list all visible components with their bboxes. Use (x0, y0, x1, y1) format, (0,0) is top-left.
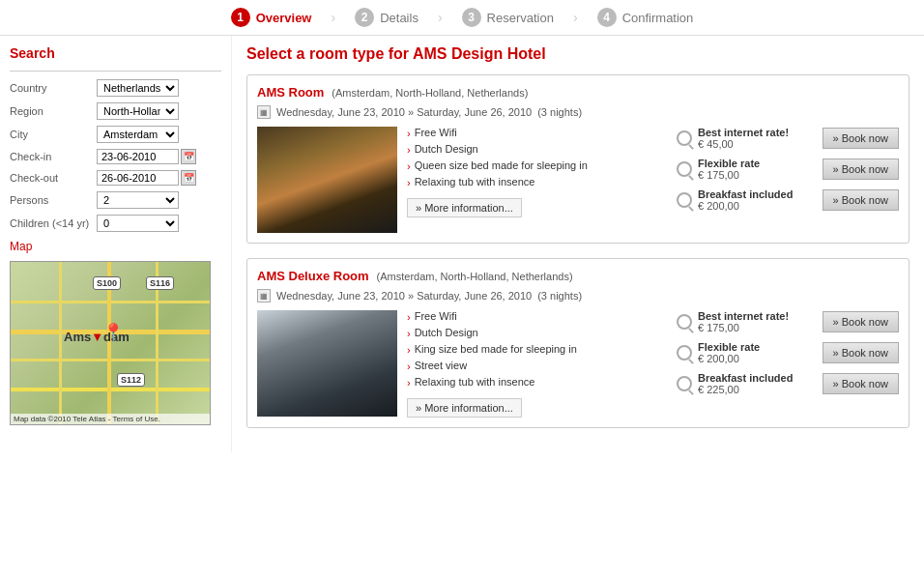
room-image-1 (257, 127, 397, 233)
book-button-2-1[interactable]: » Book now (823, 311, 899, 332)
checkin-row: Check-in 📅 (10, 149, 221, 164)
map-road (59, 262, 62, 424)
step-num-1: 1 (231, 8, 250, 27)
children-label: Children (<14 yr) (10, 217, 97, 229)
room-header-1: AMS Room (Amsterdam, North-Holland, Neth… (257, 85, 899, 100)
price-amount-1-2: € 175,00 (698, 169, 817, 181)
map-pin: 📍 (102, 322, 124, 343)
room-location-1: (Amsterdam, North-Holland, Netherlands) (332, 87, 528, 99)
dates-calendar-icon-1: ▦ (257, 105, 271, 119)
feature-arrow-icon: › (407, 361, 411, 372)
checkin-label: Check-in (10, 151, 97, 162)
feature-1-2: › Dutch Design (407, 143, 667, 156)
search-icon-1-1[interactable] (677, 130, 692, 146)
room-nights-2: (3 nights) (537, 290, 582, 302)
book-button-2-2[interactable]: » Book now (823, 342, 899, 363)
book-button-2-3[interactable]: » Book now (823, 373, 899, 394)
book-button-1-2[interactable]: » Book now (823, 159, 899, 180)
room-pricing-1: Best internet rate! € 45,00 » Book now F… (677, 127, 899, 233)
city-label: City (10, 129, 97, 140)
checkout-calendar-icon[interactable]: 📅 (181, 170, 196, 186)
persons-select[interactable]: 2 (97, 191, 179, 209)
checkout-row: Check-out 📅 (10, 170, 221, 186)
search-icon-2-3[interactable] (677, 376, 692, 391)
feature-arrow-icon: › (407, 311, 411, 323)
price-info-2-2: Flexible rate € 200,00 (698, 341, 817, 364)
nav-sep-2: › (438, 10, 443, 25)
price-label-2-2: Flexible rate (698, 341, 817, 353)
feature-1-1: › Free Wifi (407, 127, 667, 139)
checkin-calendar-icon[interactable]: 📅 (181, 149, 196, 164)
search-icon-1-2[interactable] (677, 161, 692, 177)
feature-arrow-icon: › (407, 160, 411, 172)
sidebar: Search Country Netherlands Region North-… (0, 36, 232, 452)
search-icon-2-2[interactable] (677, 345, 692, 361)
feature-text-2-2: Dutch Design (415, 327, 478, 338)
price-info-2-3: Breakfast included € 225,00 (698, 372, 817, 395)
persons-control: 2 (97, 191, 179, 209)
more-info-button-1[interactable]: » More information... (407, 198, 522, 217)
step-num-2: 2 (355, 8, 374, 27)
step-num-4: 4 (597, 8, 617, 27)
room-pricing-2: Best internet rate! € 175,00 » Book now … (677, 310, 899, 418)
room-location-2: (Amsterdam, North-Holland, Netherlands) (377, 271, 573, 282)
nav-step-details[interactable]: 2 Details (355, 8, 419, 27)
price-info-1-3: Breakfast included € 200,00 (698, 188, 817, 212)
room-features-2: › Free Wifi › Dutch Design › King size b… (407, 310, 667, 418)
city-select[interactable]: Amsterdam (97, 126, 179, 143)
step-label-details: Details (380, 11, 419, 25)
feature-text-1-4: Relaxing tub with insence (415, 176, 535, 188)
feature-2-5: › Relaxing tub with insence (407, 376, 667, 389)
step-label-reservation: Reservation (487, 11, 554, 25)
search-icon-2-1[interactable] (677, 314, 692, 330)
feature-arrow-icon: › (407, 377, 411, 389)
feature-1-3: › Queen size bed made for sleeping in (407, 159, 667, 172)
city-control: Amsterdam (97, 126, 179, 143)
region-label: Region (10, 105, 97, 117)
price-label-2-1: Best internet rate! (698, 310, 817, 322)
checkin-input[interactable] (97, 149, 179, 164)
children-select[interactable]: 0 (97, 215, 179, 232)
price-row-2-3: Breakfast included € 225,00 » Book now (677, 372, 899, 395)
price-amount-1-1: € 45,00 (698, 138, 817, 150)
nav-sep-3: › (573, 10, 578, 25)
content-area: Select a room type for AMS Design Hotel … (232, 36, 924, 452)
room-card-2: AMS Deluxe Room (Amsterdam, North-Hollan… (246, 258, 910, 428)
price-row-1-1: Best internet rate! € 45,00 » Book now (677, 127, 899, 150)
country-select[interactable]: Netherlands (97, 79, 179, 97)
room-body-1: › Free Wifi › Dutch Design › Queen size … (257, 127, 899, 233)
feature-2-1: › Free Wifi (407, 310, 667, 323)
map-badge-s112: S112 (117, 373, 145, 387)
page-title: Select a room type for AMS Design Hotel (246, 45, 910, 63)
feature-2-2: › Dutch Design (407, 327, 667, 339)
map-link[interactable]: Map (10, 240, 221, 253)
feature-arrow-icon: › (407, 328, 411, 339)
checkout-control: 📅 (97, 170, 196, 186)
nav-step-reservation[interactable]: 3 Reservation (462, 8, 554, 27)
country-label: Country (10, 82, 97, 94)
room-dates-text-1: Wednesday, June 23, 2010 » Saturday, Jun… (276, 106, 532, 118)
price-info-2-1: Best internet rate! € 175,00 (698, 310, 817, 333)
region-select[interactable]: North-Hollan (97, 102, 179, 120)
map-background: S100 S116 S112 Ams▼dam 📍 Map data ©2010 … (11, 262, 210, 424)
map-container[interactable]: S100 S116 S112 Ams▼dam 📍 Map data ©2010 … (10, 261, 211, 425)
more-info-button-2[interactable]: » More information... (407, 398, 522, 418)
room-image-2 (257, 310, 397, 417)
map-badge-s100: S100 (93, 276, 121, 290)
feature-text-1-1: Free Wifi (415, 127, 457, 138)
book-button-1-3[interactable]: » Book now (823, 189, 899, 211)
feature-1-4: › Relaxing tub with insence (407, 176, 667, 188)
room-dates-2: ▦ Wednesday, June 23, 2010 » Saturday, J… (257, 289, 899, 303)
book-button-1-1[interactable]: » Book now (823, 128, 899, 149)
feature-arrow-icon: › (407, 128, 411, 139)
step-label-confirmation: Confirmation (622, 11, 694, 25)
persons-row: Persons 2 (10, 191, 221, 209)
search-icon-1-3[interactable] (677, 192, 692, 208)
nav-step-overview[interactable]: 1 Overview (231, 8, 312, 27)
city-row: City Amsterdam (10, 126, 221, 143)
checkout-input[interactable] (97, 170, 179, 186)
nav-step-confirmation[interactable]: 4 Confirmation (597, 8, 694, 27)
price-row-2-1: Best internet rate! € 175,00 » Book now (677, 310, 899, 333)
feature-text-2-4: Street view (415, 360, 467, 371)
price-info-1-2: Flexible rate € 175,00 (698, 158, 817, 181)
